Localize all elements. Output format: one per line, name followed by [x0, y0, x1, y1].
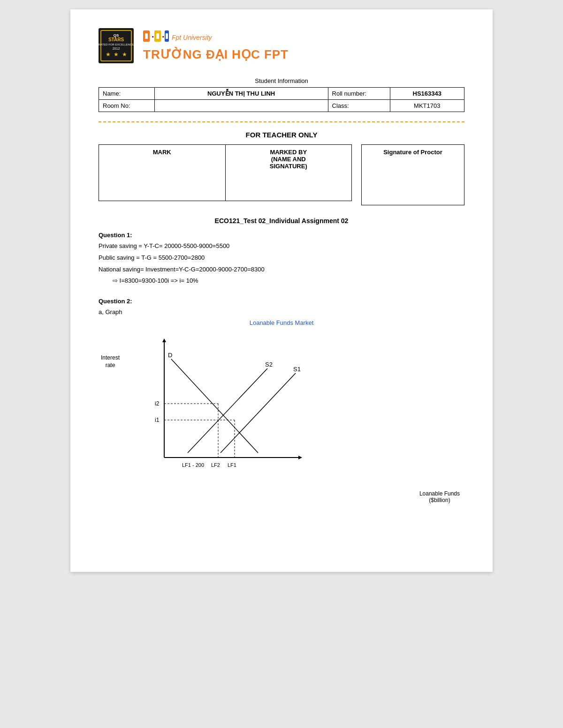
assignment-title: ECO121_Test 02_Individual Assignment 02: [99, 217, 464, 225]
mark-cell: MARK: [99, 145, 226, 201]
x-axis-label: Loanable Funds($billion): [419, 490, 460, 503]
svg-line-21: [171, 359, 258, 453]
info-row-2: Room No: Class: MKT1703: [99, 100, 464, 112]
marked-by-cell: MARKED BY(NAME ANDSIGNATURE): [225, 145, 352, 201]
q1-line4: ⇨ I=8300=9300-100i => i= 10%: [113, 276, 464, 286]
q1-line1: Private saving = Y-T-C= 20000-5500-9000=…: [99, 241, 464, 251]
teacher-table: MARK MARKED BY(NAME ANDSIGNATURE): [99, 144, 352, 201]
svg-text:i2: i2: [155, 400, 160, 407]
teacher-title: FOR TEACHER ONLY: [99, 131, 464, 139]
header: QS STARS RATED FOR EXCELLENCE 2012 ★ ★ ★…: [99, 28, 464, 63]
info-row-1: Name: NGUYỄN THỊ THU LINH Roll number: H…: [99, 88, 464, 100]
school-name: TRƯỜNG ĐẠI HỌC FPT: [143, 47, 289, 62]
room-label: Room No:: [99, 100, 155, 112]
q1-line3: National saving= Investment=Y-C-G=20000-…: [99, 265, 464, 275]
exam-page: QS STARS RATED FOR EXCELLENCE 2012 ★ ★ ★…: [70, 9, 493, 572]
teacher-section: FOR TEACHER ONLY MARK MARKED BY(NAME AND…: [99, 131, 464, 205]
question-1-block: Question 1: Private saving = Y-T-C= 2000…: [99, 232, 464, 286]
svg-text:LF1 - 200: LF1 - 200: [182, 462, 204, 468]
svg-text:★: ★: [122, 51, 127, 58]
stars-logo: QS STARS RATED FOR EXCELLENCE 2012 ★ ★ ★: [99, 28, 134, 63]
teacher-table-wrapper: MARK MARKED BY(NAME ANDSIGNATURE) Signat…: [99, 144, 464, 205]
svg-line-25: [188, 368, 267, 453]
student-info-section: Student Information Name: NGUYỄN THỊ THU…: [99, 77, 464, 112]
svg-text:S1: S1: [293, 366, 301, 373]
class-label: Class:: [328, 100, 390, 112]
svg-text:2012: 2012: [113, 47, 120, 50]
svg-text:LF2: LF2: [211, 462, 220, 468]
student-info-title: Student Information: [99, 77, 464, 84]
svg-text:STARS: STARS: [108, 37, 124, 42]
svg-text:S2: S2: [265, 361, 273, 368]
svg-line-23: [221, 373, 296, 453]
teacher-row: MARK MARKED BY(NAME ANDSIGNATURE): [99, 145, 352, 201]
q2-title: Question 2:: [99, 298, 464, 305]
q1-title: Question 1:: [99, 232, 464, 239]
graph-wrapper: Interestrate D S1: [127, 331, 464, 482]
svg-text:RATED FOR EXCELLENCE: RATED FOR EXCELLENCE: [99, 43, 134, 46]
svg-marker-19: [162, 338, 166, 342]
class-value: MKT1703: [390, 100, 464, 112]
y-axis-label: Interestrate: [101, 354, 120, 369]
info-table: Name: NGUYỄN THỊ THU LINH Roll number: H…: [99, 87, 464, 112]
svg-text:i1: i1: [155, 417, 160, 423]
name-label: Name:: [99, 88, 155, 100]
question-2-block: Question 2: a, Graph Loanable Funds Mark…: [99, 298, 464, 482]
svg-text:D: D: [168, 352, 172, 359]
svg-text:·: ·: [152, 31, 154, 42]
svg-text:★: ★: [114, 51, 119, 58]
proctor-label: Signature of Proctor: [383, 149, 442, 156]
svg-marker-20: [298, 456, 302, 459]
dotted-separator: [99, 121, 464, 122]
q2-sub: a, Graph: [99, 308, 464, 317]
roll-value: HS163343: [390, 88, 464, 100]
svg-rect-16: [166, 33, 168, 39]
roll-label: Roll number:: [328, 88, 390, 100]
marked-by-text: MARKED BY(NAME ANDSIGNATURE): [270, 149, 307, 170]
graph-title: Loanable Funds Market: [99, 319, 464, 326]
proctor-box: Signature of Proctor: [361, 144, 464, 205]
svg-text:★: ★: [106, 51, 111, 58]
room-value: [154, 100, 328, 112]
svg-text:LF1: LF1: [228, 462, 236, 468]
svg-rect-13: [156, 33, 159, 39]
fpt-logo-area: · · Fpt University TRƯỜNG ĐẠI HỌC FPT: [143, 30, 289, 62]
svg-rect-10: [145, 33, 148, 39]
name-value: NGUYỄN THỊ THU LINH: [154, 88, 328, 100]
fpt-top-row: · · Fpt University: [143, 30, 289, 45]
fpt-icon: · ·: [143, 30, 169, 45]
fpt-university-label: Fpt University: [172, 34, 212, 41]
q1-line2: Public saving = T-G = 5500-2700=2800: [99, 253, 464, 263]
svg-text:·: ·: [162, 31, 165, 42]
loanable-funds-graph: D S1 S2 i1 i2: [127, 331, 314, 481]
